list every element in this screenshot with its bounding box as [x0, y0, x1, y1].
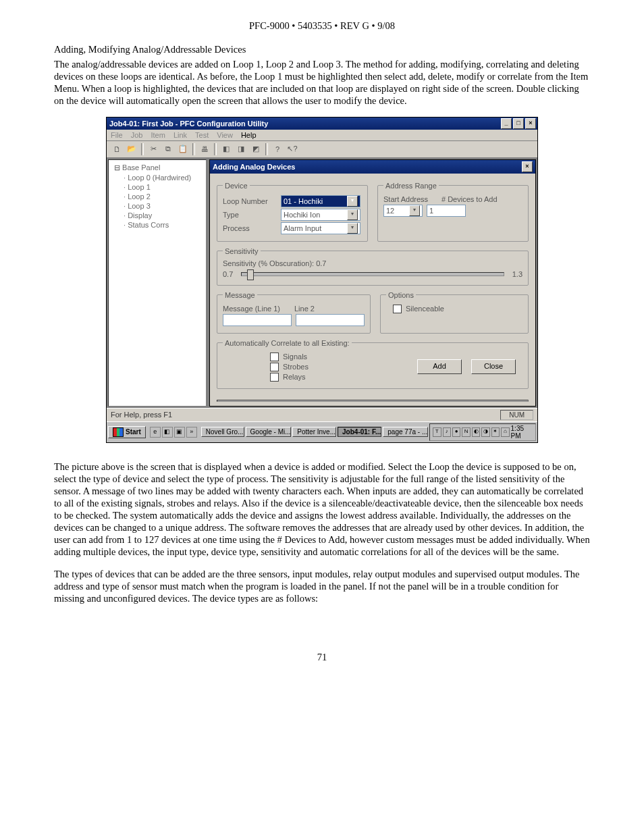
ql-icon[interactable]: ◧ [162, 427, 173, 438]
options-legend: Options [386, 291, 416, 299]
quick-launch: e ◧ ▣ » [147, 427, 200, 438]
taskbar: Start e ◧ ▣ » Novell Gro... Google - Mi.… [107, 421, 537, 442]
intro-paragraph: The analog/addressable devices are added… [54, 58, 590, 107]
tool-c-icon[interactable]: ◩ [248, 142, 263, 156]
app-window: Job4-01: First Job - PFC Configuration U… [106, 117, 538, 443]
dialog-title: Adding Analog Devices [213, 163, 295, 171]
ql-icon[interactable]: e [150, 427, 161, 438]
address-range-group: Address Range Start Address # Devices to… [377, 182, 529, 242]
status-bar: For Help, press F1 NUM [107, 408, 537, 421]
taskbar-task[interactable]: Novell Gro... [201, 427, 244, 437]
tray-icon[interactable]: T [433, 427, 441, 437]
menu-view[interactable]: View [217, 131, 233, 139]
start-address-value: 12 [386, 207, 394, 215]
body-paragraph-2: The types of devices that can be added a… [54, 568, 590, 604]
print-icon[interactable]: 🖶 [197, 142, 212, 156]
device-grid[interactable] [217, 400, 529, 402]
silenceable-label: Silenceable [406, 305, 444, 313]
tool-a-icon[interactable]: ◧ [219, 142, 234, 156]
chevron-down-icon[interactable]: ▾ [347, 196, 358, 207]
message-line1-label: Message (Line 1) [223, 305, 290, 313]
add-button[interactable]: Add [417, 359, 462, 374]
dialog-close-icon[interactable]: × [522, 161, 533, 172]
message-group: Message Message (Line 1) Line 2 [217, 291, 371, 334]
menu-file[interactable]: File [111, 131, 123, 139]
chevron-down-icon[interactable]: ▾ [347, 209, 358, 220]
tray-clock: 1:35 PM [511, 425, 533, 440]
menu-job[interactable]: Job [131, 131, 143, 139]
taskbar-task-active[interactable]: Job4-01: F... [338, 427, 381, 437]
context-help-icon[interactable]: ↖? [285, 142, 300, 156]
menu-test[interactable]: Test [195, 131, 209, 139]
start-address-label: Start Address [383, 195, 437, 203]
open-icon[interactable]: 📂 [124, 142, 139, 156]
tray-icon[interactable]: ◐ [472, 427, 480, 437]
paste-icon[interactable]: 📋 [176, 142, 190, 156]
chevron-down-icon[interactable]: ▾ [347, 223, 358, 234]
cut-icon[interactable]: ✂ [146, 142, 161, 156]
tray-icon[interactable]: ◑ [481, 427, 489, 437]
tray-icon[interactable]: ✶ [491, 427, 500, 437]
loop-number-value: 01 - Hochiki [284, 197, 323, 205]
relays-checkbox[interactable] [270, 373, 279, 382]
silenceable-checkbox[interactable] [393, 305, 402, 313]
sensitivity-legend: Sensitivity [223, 247, 261, 255]
num-devices-label: # Devices to Add [441, 195, 498, 203]
slider-thumb-icon[interactable] [247, 269, 254, 280]
taskbar-task[interactable]: Potter Inve... [292, 427, 336, 437]
new-icon[interactable]: 🗋 [109, 142, 124, 156]
start-address-combo[interactable]: 12 ▾ [383, 205, 423, 217]
num-devices-input[interactable]: 1 [427, 205, 466, 217]
help-icon[interactable]: ? [270, 142, 285, 156]
process-label: Process [223, 224, 277, 232]
system-tray: T ♪ ● N ◐ ◑ ✶ ⌂ 1:35 PM [429, 423, 536, 441]
signals-label: Signals [283, 353, 307, 361]
minimize-icon[interactable]: _ [501, 118, 512, 129]
sensitivity-min: 0.7 [223, 270, 233, 278]
menu-help[interactable]: Help [241, 131, 257, 139]
maximize-icon[interactable]: □ [513, 118, 524, 129]
message-line1-input[interactable] [223, 314, 292, 326]
window-title: Job4-01: First Job - PFC Configuration U… [109, 120, 268, 128]
process-value: Alarm Input [284, 224, 321, 232]
loop-number-combo[interactable]: 01 - Hochiki ▾ [281, 195, 360, 207]
page-number: 71 [54, 652, 590, 663]
start-button[interactable]: Start [108, 426, 146, 438]
message-line2-input[interactable] [296, 314, 365, 326]
auto-correlate-group: Automatically Correlate to all Existing:… [217, 339, 529, 389]
tree-item-loop0[interactable]: Loop 0 (Hardwired) [110, 173, 205, 182]
ql-icon[interactable]: ▣ [174, 427, 185, 438]
start-label: Start [126, 428, 141, 436]
signals-checkbox[interactable] [270, 353, 279, 361]
ql-icon[interactable]: » [186, 427, 197, 438]
tree-item-loop1[interactable]: Loop 1 [110, 182, 205, 192]
tree-item-loop3[interactable]: Loop 3 [110, 201, 205, 211]
menu-link[interactable]: Link [173, 131, 187, 139]
type-combo[interactable]: Hochiki Ion ▾ [281, 209, 360, 221]
strobes-checkbox[interactable] [270, 363, 279, 371]
tray-icon[interactable]: ♪ [443, 427, 451, 437]
tool-b-icon[interactable]: ◨ [234, 142, 248, 156]
taskbar-task[interactable]: Google - Mi... [246, 427, 292, 437]
tray-icon[interactable]: ● [452, 427, 460, 437]
tray-icon[interactable]: ⌂ [501, 427, 509, 437]
close-icon[interactable]: × [525, 118, 536, 129]
close-button[interactable]: Close [471, 359, 516, 374]
tree-root[interactable]: Base Panel [110, 163, 205, 173]
process-combo[interactable]: Alarm Input ▾ [281, 222, 360, 234]
nav-tree[interactable]: Base Panel Loop 0 (Hardwired) Loop 1 Loo… [108, 159, 207, 407]
tree-item-display[interactable]: Display [110, 211, 205, 220]
body-paragraph-1: The picture above is the screen that is … [54, 461, 590, 558]
type-label: Type [223, 211, 277, 219]
chevron-down-icon[interactable]: ▾ [409, 205, 420, 216]
tree-item-status-corrs[interactable]: Status Corrs [110, 220, 205, 230]
menu-item[interactable]: Item [151, 131, 165, 139]
taskbar-task[interactable]: page 77a - ... [383, 427, 428, 437]
copy-icon[interactable]: ⧉ [161, 142, 176, 156]
options-group: Options Silenceable [380, 291, 529, 334]
windows-logo-icon [113, 427, 124, 437]
loop-number-label: Loop Number [223, 197, 277, 205]
sensitivity-slider[interactable] [241, 272, 504, 276]
tree-item-loop2[interactable]: Loop 2 [110, 192, 205, 201]
tray-icon[interactable]: N [462, 427, 470, 437]
